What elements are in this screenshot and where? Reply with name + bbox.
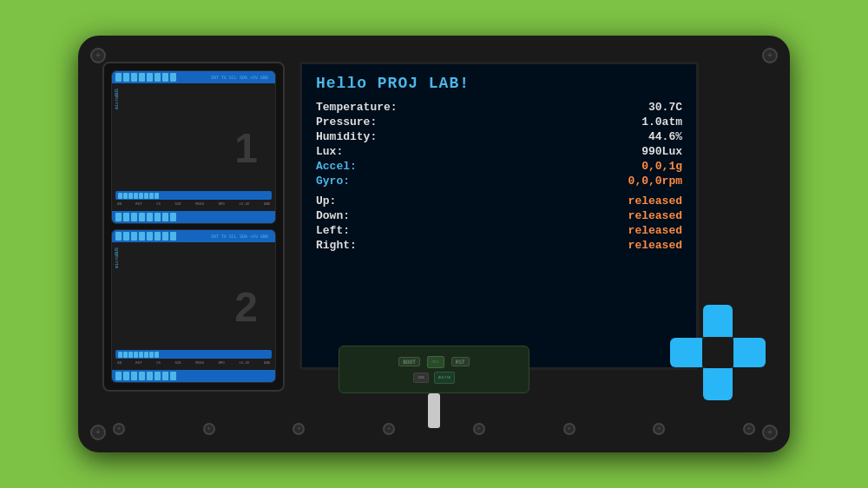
bottom-screw-4: [383, 423, 395, 435]
terminal-pin: [162, 73, 168, 82]
temperature-row: Temperature: 30.7C: [316, 101, 682, 114]
pin: [144, 193, 148, 199]
gyro-row: Gyro: 0,0,0rpm: [316, 175, 682, 188]
lux-label: Lux:: [316, 145, 343, 158]
bottom-screw-8: [743, 423, 755, 435]
screw-top-left: [90, 48, 106, 63]
accel-row: Accel: 0,0,1g: [316, 160, 682, 173]
pin: [155, 193, 159, 199]
screw-bottom-right: [762, 425, 778, 440]
screen-container: Hello PROJ LAB! Temperature: 30.7C Press…: [299, 62, 699, 370]
up-value: released: [628, 195, 682, 208]
pin: [118, 352, 122, 358]
bottom-screw-1: [113, 423, 125, 435]
pin: [134, 352, 138, 358]
terminal-pin: [162, 232, 168, 241]
pin: [139, 352, 143, 358]
pin: [144, 352, 148, 358]
module-2-bus-label: microBUS: [114, 247, 119, 268]
terminal-pin: [123, 73, 129, 82]
up-label: Up:: [316, 195, 336, 208]
pin: [134, 193, 138, 199]
dpad-down-button[interactable]: [703, 367, 733, 400]
module-2-bottom-strip: [112, 370, 275, 382]
screw-bottom-left: [90, 425, 106, 440]
terminal-pin: [155, 73, 161, 82]
terminal-pin: [155, 232, 161, 241]
bottom-screw-5: [473, 423, 485, 435]
module-1-bus-label: microBUS: [114, 89, 119, 109]
terminal-pin: [170, 73, 176, 82]
humidity-value: 44.6%: [648, 130, 682, 143]
dpad-up-button[interactable]: [703, 305, 733, 338]
terminal-pin: [147, 232, 153, 241]
terminal-pin: [131, 73, 137, 82]
screen: Hello PROJ LAB! Temperature: 30.7C Press…: [302, 64, 696, 367]
device-body: INT TX SCL SDA +5V GND microBUS 1 ANRSTC…: [78, 36, 790, 452]
screen-title: Hello PROJ LAB!: [316, 75, 682, 92]
pin: [155, 352, 159, 358]
pin: [123, 193, 128, 199]
terminal-pin: [115, 73, 122, 82]
dpad-left-button[interactable]: [670, 338, 703, 367]
dpad-right-button[interactable]: [733, 338, 766, 367]
terminal-pin: [115, 232, 122, 241]
chip-label: BH1750: [438, 375, 450, 379]
bottom-screw-3: [293, 423, 305, 435]
left-value: released: [628, 224, 682, 237]
terminal-pin: [170, 213, 176, 221]
module-1-bottom-strip: [112, 211, 275, 223]
terminal-pin: [131, 372, 137, 380]
module-bay: INT TX SCL SDA +5V GND microBUS 1 ANRSTC…: [102, 62, 285, 392]
dpad-center: [702, 337, 733, 368]
terminal-pin: [147, 73, 153, 82]
right-row: Right: released: [316, 239, 682, 252]
screw-top-right: [762, 48, 778, 63]
terminal-pin: [131, 213, 137, 221]
temperature-label: Temperature:: [316, 101, 398, 114]
boot-button[interactable]: BOOT: [398, 357, 419, 366]
module-1: INT TX SCL SDA +5V GND microBUS 1 ANRSTC…: [111, 70, 276, 224]
humidity-row: Humidity: 44.6%: [316, 130, 682, 143]
lux-value: 990Lux: [641, 145, 682, 158]
humidity-label: Humidity:: [316, 130, 377, 143]
pin: [118, 193, 122, 199]
lux-row: Lux: 990Lux: [316, 145, 682, 158]
pin: [128, 193, 133, 199]
terminal-pin: [155, 213, 161, 221]
bottom-pcb: BOOT MCU RST USB BH1750: [339, 346, 529, 393]
bottom-screw-7: [653, 423, 665, 435]
terminal-pin: [170, 372, 176, 380]
terminal-pin: [139, 232, 145, 241]
accel-value: 0,0,1g: [641, 160, 682, 173]
module-1-number: 1: [234, 123, 258, 171]
bottom-screw-row: [113, 423, 755, 435]
left-label: Left:: [316, 224, 350, 237]
up-row: Up: released: [316, 195, 682, 208]
terminal-pin: [170, 232, 176, 241]
terminal-pin: [162, 372, 168, 380]
down-value: released: [628, 209, 682, 222]
pin: [149, 193, 154, 199]
gyro-value: 0,0,0rpm: [628, 175, 682, 188]
pressure-value: 1.0atm: [641, 115, 682, 129]
pin: [128, 352, 133, 358]
gyro-label: Gyro:: [316, 175, 350, 188]
down-row: Down: released: [316, 209, 682, 222]
terminal-pin: [123, 372, 129, 380]
pressure-label: Pressure:: [316, 115, 377, 129]
dpad: [670, 305, 766, 400]
left-row: Left: released: [316, 224, 682, 237]
module-2-number: 2: [234, 282, 258, 330]
pin: [123, 352, 128, 358]
terminal-pin: [147, 213, 153, 221]
rst-button[interactable]: RST: [451, 357, 470, 366]
terminal-pin: [147, 372, 153, 380]
terminal-pin: [131, 232, 137, 241]
dpad-container: [670, 305, 766, 400]
pin: [149, 352, 154, 358]
terminal-pin: [162, 213, 168, 221]
accel-label: Accel:: [316, 160, 357, 173]
right-label: Right:: [316, 239, 357, 252]
terminal-pin: [115, 372, 122, 380]
